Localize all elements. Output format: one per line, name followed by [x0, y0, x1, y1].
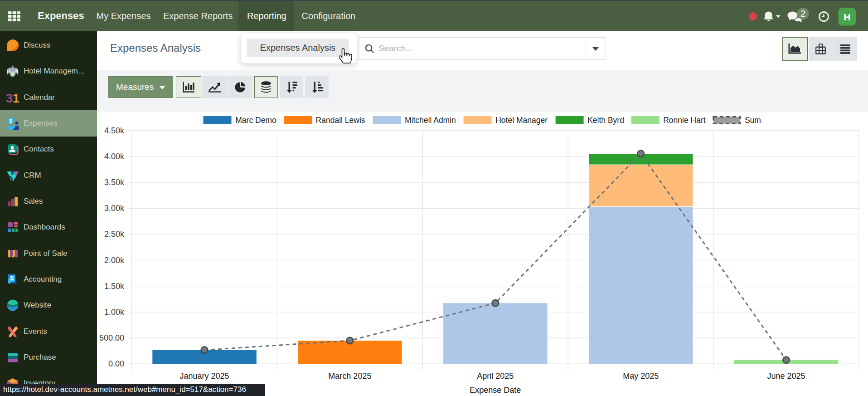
svg-text:May 2025: May 2025: [623, 372, 659, 381]
svg-text:Marc Demo: Marc Demo: [235, 116, 276, 125]
svg-text:April 2025: April 2025: [477, 372, 514, 381]
svg-text:June 2025: June 2025: [767, 372, 805, 381]
svg-text:3.50k: 3.50k: [104, 178, 125, 187]
svg-text:0.00: 0.00: [108, 359, 124, 368]
svg-text:Keith Byrd: Keith Byrd: [587, 116, 624, 125]
svg-text:March 2025: March 2025: [328, 372, 371, 381]
svg-text:Randall Lewis: Randall Lewis: [316, 116, 365, 125]
svg-text:Expense Date: Expense Date: [470, 386, 521, 395]
svg-text:3.00k: 3.00k: [104, 204, 125, 213]
svg-text:1.00k: 1.00k: [104, 308, 125, 317]
svg-text:500.00: 500.00: [99, 333, 124, 342]
svg-text:1.50k: 1.50k: [104, 282, 125, 291]
svg-text:4.50k: 4.50k: [104, 126, 125, 135]
svg-text:January 2025: January 2025: [179, 372, 229, 381]
svg-text:Hotel Manager: Hotel Manager: [495, 116, 548, 125]
svg-text:2.50k: 2.50k: [104, 230, 125, 239]
svg-text:2.00k: 2.00k: [104, 256, 125, 265]
svg-text:Mitchell Admin: Mitchell Admin: [405, 116, 456, 125]
svg-text:4.00k: 4.00k: [104, 152, 125, 161]
svg-text:Sum: Sum: [745, 116, 761, 125]
svg-text:Ronnie Hart: Ronnie Hart: [663, 116, 706, 125]
